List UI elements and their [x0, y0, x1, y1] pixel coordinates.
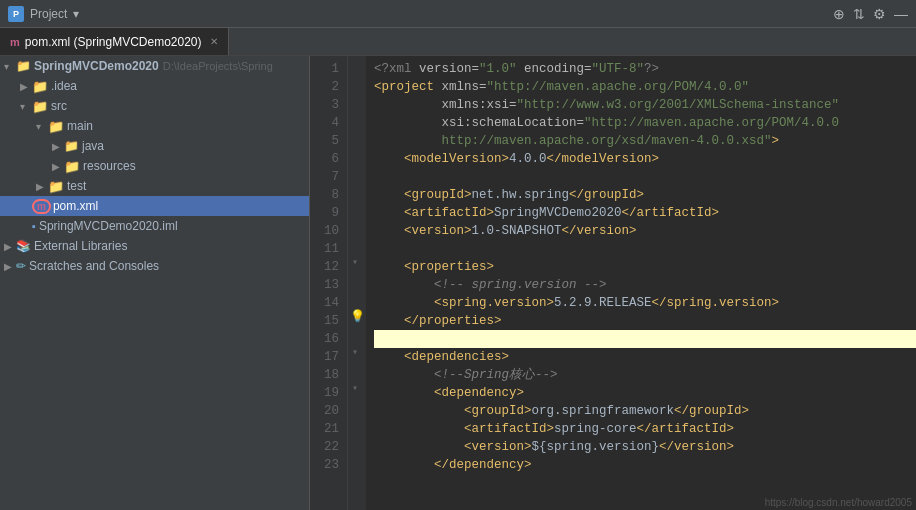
code-line-19: <dependency>	[374, 384, 916, 402]
java-folder-icon: 📁	[64, 139, 79, 153]
test-folder-icon: 📁	[48, 179, 64, 194]
code-line-1: <?xml version="1.0" encoding="UTF-8"?>	[374, 60, 916, 78]
code-line-2: <project xmlns="http://maven.apache.org/…	[374, 78, 916, 96]
tree-java[interactable]: ▶ 📁 java	[0, 136, 309, 156]
code-line-13: <!-- spring.version -->	[374, 276, 916, 294]
tab-pom[interactable]: m pom.xml (SpringMVCDemo2020) ✕	[0, 28, 229, 55]
pom-label: pom.xml	[53, 199, 98, 213]
tab-bar: m pom.xml (SpringMVCDemo2020) ✕	[0, 28, 916, 56]
root-path: D:\IdeaProjects\Spring	[163, 60, 273, 72]
iml-file-icon: ▪	[32, 220, 36, 232]
maven-icon: m	[10, 36, 20, 48]
main-arrow: ▾	[36, 121, 48, 132]
scratches-label: Scratches and Consoles	[29, 259, 159, 273]
main-folder-icon: 📁	[48, 119, 64, 134]
src-folder-icon: 📁	[32, 99, 48, 114]
main-label: main	[67, 119, 93, 133]
pom-file-icon: m	[32, 199, 51, 214]
code-line-20: <groupId>org.springframework</groupId>	[374, 402, 916, 420]
code-line-21: <artifactId>spring-core</artifactId>	[374, 420, 916, 438]
code-line-6: <modelVersion>4.0.0</modelVersion>	[374, 150, 916, 168]
iml-label: SpringMVCDemo2020.iml	[39, 219, 178, 233]
root-label: SpringMVCDemo2020	[34, 59, 159, 73]
src-arrow: ▾	[20, 101, 32, 112]
test-label: test	[67, 179, 86, 193]
tree-scratches[interactable]: ▶ ✏ Scratches and Consoles	[0, 256, 309, 276]
code-line-14: <spring.version>5.2.9.RELEASE</spring.ve…	[374, 294, 916, 312]
title-bar-left: P Project ▾	[8, 6, 79, 22]
idea-label: .idea	[51, 79, 77, 93]
src-label: src	[51, 99, 67, 113]
resources-arrow: ▶	[52, 161, 64, 172]
tab-label: pom.xml (SpringMVCDemo2020)	[25, 35, 202, 49]
dropdown-icon[interactable]: ▾	[73, 7, 79, 21]
idea-folder-icon: 📁	[32, 79, 48, 94]
code-line-5: http://maven.apache.org/xsd/maven-4.0.0.…	[374, 132, 916, 150]
line-numbers: 12345 678910 1112131415 1617181920 21222…	[310, 56, 348, 510]
test-arrow: ▶	[36, 181, 48, 192]
add-icon[interactable]: ⊕	[833, 6, 845, 22]
java-arrow: ▶	[52, 141, 64, 152]
extlib-label: External Libraries	[34, 239, 127, 253]
code-line-3: xmlns:xsi="http://www.w3.org/2001/XMLSch…	[374, 96, 916, 114]
settings-icon[interactable]: ⚙	[873, 6, 886, 22]
main-content: ▾ 📁 SpringMVCDemo2020 D:\IdeaProjects\Sp…	[0, 56, 916, 510]
minimize-icon[interactable]: —	[894, 6, 908, 22]
sync-icon[interactable]: ⇅	[853, 6, 865, 22]
resources-label: resources	[83, 159, 136, 173]
extlib-arrow: ▶	[4, 241, 16, 252]
editor: 12345 678910 1112131415 1617181920 21222…	[310, 56, 916, 510]
sidebar: ▾ 📁 SpringMVCDemo2020 D:\IdeaProjects\Sp…	[0, 56, 310, 510]
code-line-9: <artifactId>SpringMVCDemo2020</artifactI…	[374, 204, 916, 222]
code-line-17: <dependencies>	[374, 348, 916, 366]
tree-test[interactable]: ▶ 📁 test	[0, 176, 309, 196]
code-line-4: xsi:schemaLocation="http://maven.apache.…	[374, 114, 916, 132]
code-line-15: </properties>	[374, 312, 916, 330]
watermark: https://blog.csdn.net/howard2005	[765, 497, 912, 508]
tree-src[interactable]: ▾ 📁 src	[0, 96, 309, 116]
java-label: java	[82, 139, 104, 153]
scratches-icon: ✏	[16, 259, 26, 273]
code-line-16	[374, 330, 916, 348]
code-line-7	[374, 168, 916, 186]
fold-marker-19[interactable]: ▾	[348, 380, 366, 398]
code-area[interactable]: <?xml version="1.0" encoding="UTF-8"?> <…	[366, 56, 916, 510]
tree-resources[interactable]: ▶ 📁 resources	[0, 156, 309, 176]
tab-close-icon[interactable]: ✕	[210, 36, 218, 47]
title-bar-icons: ⊕ ⇅ ⚙ —	[833, 6, 908, 22]
code-line-18: <!--Spring核心-->	[374, 366, 916, 384]
fold-marker-17[interactable]: ▾	[348, 344, 366, 362]
editor-content: 12345 678910 1112131415 1617181920 21222…	[310, 56, 916, 510]
root-folder-icon: 📁	[16, 59, 31, 73]
code-line-23: </dependency>	[374, 456, 916, 474]
tree-pom[interactable]: ▶ m pom.xml	[0, 196, 309, 216]
tree-main[interactable]: ▾ 📁 main	[0, 116, 309, 136]
idea-arrow: ▶	[20, 81, 32, 92]
bulb-15[interactable]: 💡	[348, 308, 366, 326]
tree-root[interactable]: ▾ 📁 SpringMVCDemo2020 D:\IdeaProjects\Sp…	[0, 56, 309, 76]
resources-folder-icon: 📁	[64, 159, 80, 174]
tree-iml[interactable]: ▶ ▪ SpringMVCDemo2020.iml	[0, 216, 309, 236]
tree-extlib[interactable]: ▶ 📚 External Libraries	[0, 236, 309, 256]
code-line-10: <version>1.0-SNAPSHOT</version>	[374, 222, 916, 240]
project-icon: P	[8, 6, 24, 22]
code-line-22: <version>${spring.version}</version>	[374, 438, 916, 456]
project-label: Project	[30, 7, 67, 21]
root-arrow: ▾	[4, 61, 16, 72]
gutter-markers: ▾ 💡 ▾ ▾	[348, 56, 366, 510]
title-bar: P Project ▾ ⊕ ⇅ ⚙ —	[0, 0, 916, 28]
scratches-arrow: ▶	[4, 261, 16, 272]
code-line-8: <groupId>net.hw.spring</groupId>	[374, 186, 916, 204]
tree-idea[interactable]: ▶ 📁 .idea	[0, 76, 309, 96]
extlib-icon: 📚	[16, 239, 31, 253]
code-line-12: <properties>	[374, 258, 916, 276]
fold-marker-12[interactable]: ▾	[348, 254, 366, 272]
code-line-11	[374, 240, 916, 258]
